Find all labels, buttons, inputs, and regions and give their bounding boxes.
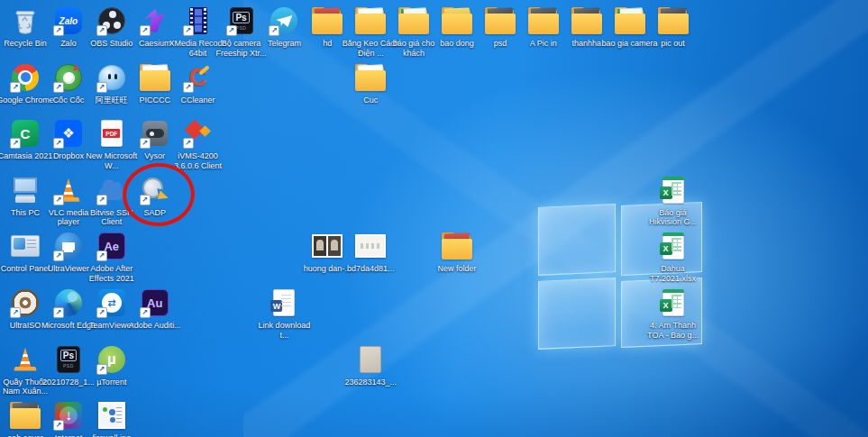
icon-label: 236283143_... xyxy=(341,378,400,387)
shortcut-arrow-icon: ↗ xyxy=(53,250,64,261)
ccleaner-icon: C↗ xyxy=(182,62,215,93)
dropbox-icon: ❖↗ xyxy=(52,118,85,149)
ultraviewer-icon: ↗ xyxy=(52,231,85,261)
desktop-icon-telegram[interactable]: ↗Telegram xyxy=(262,5,306,59)
desktop-icon-bo-camera-freeship[interactable]: PsPSD↗Bộ camera Freeship Xtr... xyxy=(220,5,263,59)
shortcut-arrow-icon: ↗ xyxy=(53,307,64,318)
dahua-xlsx-icon: X xyxy=(657,231,690,261)
desktop-icon-ccleaner[interactable]: C↗CCleaner xyxy=(177,62,220,116)
desktop-icon-sadp[interactable]: ↗SADP xyxy=(133,175,177,229)
windows-logo-pane xyxy=(538,204,616,276)
icon-label: Adobe Auditi... xyxy=(125,321,185,331)
icon-label: Dahua T7.2021.xlsx xyxy=(644,264,703,283)
desktop-icon-idm[interactable]: ↓↗Internet Downloa... xyxy=(47,400,90,437)
desktop-icon-236283143-file[interactable]: 236283143_... xyxy=(349,344,392,398)
google-chrome-icon: ↗ xyxy=(9,62,41,93)
shortcut-arrow-icon: ↗ xyxy=(183,25,194,36)
pic-out-folder-icon xyxy=(657,5,690,36)
desktop-icon-bao-gia-hikvision-xlsx[interactable]: XBáo giá Hikvision G... xyxy=(652,175,695,229)
firewall-jpg-icon xyxy=(96,400,128,431)
desktop-icon-adobe-audition[interactable]: Au↗Adobe Auditi... xyxy=(133,287,177,341)
microsoft-edge-icon: ↗ xyxy=(52,287,85,318)
a-pic-in-folder-icon xyxy=(527,5,560,36)
desktop-icon-a-pic-in-folder[interactable]: A Pic in xyxy=(522,5,565,59)
desktop-icon-google-chrome[interactable]: ↗Google Chrome xyxy=(4,62,47,116)
zalo-icon: Zalo↗ xyxy=(52,5,85,36)
camtasia-icon: C↗ xyxy=(9,118,41,149)
icon-label: Link download t... xyxy=(254,321,314,340)
shortcut-arrow-icon: ↗ xyxy=(96,25,107,36)
icon-label: iVMS-4200 3.6.0.6 Client xyxy=(169,151,228,170)
desktop-icon-bd7da4d81-image[interactable]: bd7da4d81... xyxy=(349,231,392,285)
bd7da4d81-image-icon xyxy=(354,231,387,261)
new-microsoft-pdf-icon: PDF xyxy=(96,118,128,149)
bo-camera-freeship-icon: PsPSD↗ xyxy=(225,5,258,36)
desktop-icon-picccc-folder[interactable]: PICCCC xyxy=(133,62,177,116)
desktop-icon-new-microsoft-pdf[interactable]: PDFNew Microsoft W... xyxy=(90,118,133,172)
desktop-icon-recycle-bin[interactable]: Recycle Bin xyxy=(4,5,47,59)
shortcut-arrow-icon: ↗ xyxy=(96,250,107,261)
desktop-icon-anh-cover-folder[interactable]: anh cover xyxy=(4,400,47,437)
desktop-icon-bitvise-ssh-client[interactable]: ↗Bitvise SSH Client xyxy=(90,175,133,229)
teamviewer-icon: ⇄↗ xyxy=(96,287,128,318)
new-folder-icon xyxy=(441,231,473,261)
shortcut-arrow-icon: ↗ xyxy=(183,82,194,93)
desktop-icon-thanhha-folder[interactable]: thanhha xyxy=(565,5,608,59)
aliwangwang-icon: ↗ xyxy=(96,62,128,93)
coc-coc-icon: ↗ xyxy=(52,62,85,93)
shortcut-arrow-icon: ↗ xyxy=(269,25,279,36)
desktop-icon-bao-gia-camera-folder[interactable]: bao gia camera xyxy=(608,5,652,59)
hd-folder-icon xyxy=(311,5,343,36)
desktop-icon-bao-gia-cho-khach-folder[interactable]: báo giá cho khách xyxy=(392,5,435,59)
desktop-icon-dahua-xlsx[interactable]: XDahua T7.2021.xlsx xyxy=(652,231,695,285)
desktop-icon-microsoft-edge[interactable]: ↗Microsoft Edge xyxy=(47,287,90,341)
desktop-icon-obs-studio[interactable]: ↗OBS Studio xyxy=(90,5,133,59)
desktop-icon-am-thanh-toa-xlsx[interactable]: X4. Am Thanh TOA - Bao g... xyxy=(652,287,695,341)
shortcut-arrow-icon: ↗ xyxy=(10,138,21,149)
236283143-file-icon xyxy=(354,344,387,375)
icon-label: CCleaner xyxy=(169,96,228,105)
desktop-icon-coc-coc[interactable]: ↗Cốc Cốc xyxy=(47,62,90,116)
bao-gia-camera-folder-icon xyxy=(614,5,646,36)
desktop-icon-bao-dong-folder[interactable]: bao dong xyxy=(435,5,479,59)
bitvise-ssh-client-icon: ↗ xyxy=(96,175,128,205)
desktop-icon-psd-folder[interactable]: psd xyxy=(479,5,522,59)
utorrent-icon: µ↗ xyxy=(96,344,128,375)
desktop-icon-huong-dan-image[interactable]: huong dan-... xyxy=(306,231,349,285)
desktop-icon-new-folder[interactable]: New folder xyxy=(435,231,479,285)
desktop-icon-aliwangwang[interactable]: ↗阿里旺旺 xyxy=(90,62,133,116)
desktop-icon-adobe-after-effects[interactable]: Ae↗Adobe After Effects 2021 xyxy=(90,231,133,285)
huong-dan-image-icon xyxy=(311,231,343,261)
vysor-icon: ↗ xyxy=(139,118,171,149)
desktop-icon-utorrent[interactable]: µ↗µTorrent xyxy=(90,344,133,398)
shortcut-arrow-icon: ↗ xyxy=(53,138,64,149)
shortcut-arrow-icon: ↗ xyxy=(53,195,64,205)
psd-20210728-icon: PsPSD xyxy=(52,344,85,375)
desktop-icon-pic-out-folder[interactable]: pic out xyxy=(652,5,695,59)
desktop-icon-teamviewer[interactable]: ⇄↗TeamViewer xyxy=(90,287,133,341)
windows-logo-pane xyxy=(538,278,616,350)
desktop-icon-ivms-4200-client[interactable]: ↗iVMS-4200 3.6.0.6 Client xyxy=(177,118,220,172)
shortcut-arrow-icon: ↗ xyxy=(140,195,151,205)
desktop-icon-ultraiso[interactable]: ↗UltraISO xyxy=(4,287,47,341)
icon-label: 4. Am Thanh TOA - Bao g... xyxy=(644,321,703,340)
psd-folder-icon xyxy=(484,5,516,36)
icon-label: Adobe After Effects 2021 xyxy=(82,264,142,283)
caesium-icon: ↗ xyxy=(139,5,171,36)
adobe-after-effects-icon: Ae↗ xyxy=(96,231,128,261)
desktop-icon-control-panel[interactable]: Control Panel xyxy=(4,231,47,285)
desktop-icon-camtasia[interactable]: C↗Camtasia 2021 xyxy=(4,118,47,172)
icon-label: pic out xyxy=(644,39,703,49)
desktop-icon-firewall-jpg[interactable]: firewall.jpg xyxy=(90,400,133,437)
icon-label: Báo giá Hikvision G... xyxy=(644,208,703,227)
desktop-icon-quay-thuoc-video[interactable]: Quầy Thuốc Nam Xuân... xyxy=(4,344,47,398)
shortcut-arrow-icon: ↗ xyxy=(10,307,21,318)
desktop-icon-zalo[interactable]: Zalo↗Zalo xyxy=(47,5,90,59)
desktop-icon-link-download-doc[interactable]: WLink download t... xyxy=(262,287,306,341)
shortcut-arrow-icon: ↗ xyxy=(96,82,107,93)
desktop-icon-cuc-folder[interactable]: Cuc xyxy=(349,62,392,116)
desktop-icon-psd-20210728[interactable]: PsPSD20210728_1... xyxy=(47,344,90,398)
telegram-icon: ↗ xyxy=(268,5,300,36)
desktop: Recycle BinZalo↗Zalo↗OBS Studio↗Caesium↗… xyxy=(0,0,868,437)
shortcut-arrow-icon: ↗ xyxy=(140,138,151,149)
